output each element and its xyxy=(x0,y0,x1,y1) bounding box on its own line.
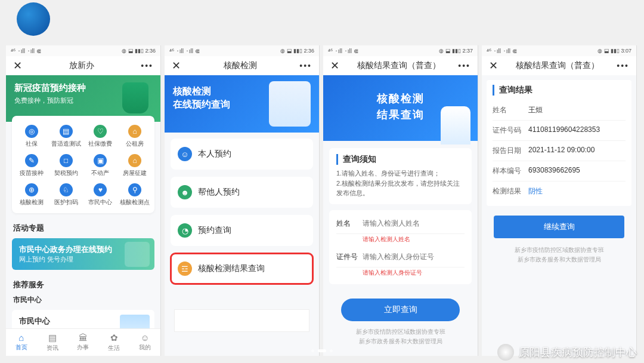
cover-logo xyxy=(17,2,50,36)
status-right: ◍ ⬓ ▮▮▯ 2:36 xyxy=(122,48,156,54)
tab-icon: 🏛 xyxy=(68,333,99,343)
grid-label: 核酸检测点 xyxy=(117,198,152,207)
grid-label: 医护扫码 xyxy=(49,198,83,207)
footer-org: 新乡市疫情防控区域数据协查专班 新乡市政务服务和大数据管理局 xyxy=(323,327,478,346)
option-label: 帮他人预约 xyxy=(198,187,240,198)
notice-line-2: 2.核酸检测结果分批次发布，请您持续关注发布信息。 xyxy=(336,179,465,198)
phone-2: ⁴⁶ ⬝ıll ⬝ıll ⋐ ◍ ⬓ ▮▮▯ 2:36 ✕ 核酸检测 ••• 核… xyxy=(165,45,320,356)
grid-icon: ✎ xyxy=(25,154,38,167)
grid-icon: ▤ xyxy=(60,125,73,138)
grid-item-社保缴费[interactable]: ♡社保缴费 xyxy=(83,122,118,151)
page-title: 核酸检测 xyxy=(224,60,257,71)
more-icon[interactable]: ••• xyxy=(617,61,629,70)
shield-icon xyxy=(122,82,148,113)
grid-label: 公租房 xyxy=(117,140,152,148)
grid-item-社保[interactable]: ◎社保 xyxy=(14,122,49,151)
name-input[interactable] xyxy=(363,219,465,227)
option-icon: ☺ xyxy=(178,147,192,161)
id-error: 请输入检测人身份证号 xyxy=(336,267,465,281)
grid-icon: ♘ xyxy=(60,183,73,196)
hero-banner: 核酸检测在线预约查询 xyxy=(165,75,319,133)
wechat-attribution: 原阳县疾病预防控制中心 xyxy=(497,344,637,361)
grid-item-普适造测试[interactable]: ▤普适造测试 xyxy=(49,122,83,151)
tab-label: 首页 xyxy=(16,344,27,350)
bottom-tabbar: ⌂首页▤资讯🏛办事✿生活☺我的 xyxy=(6,328,160,356)
grid-icon: ◎ xyxy=(25,125,38,138)
statusbar: ⁴⁶ ⬝ıll ⬝ıll ⋐ ◍ ⬓ ▮▮▯ 2:36 xyxy=(6,45,160,56)
result-row-样本编号: 样本编号6930839662695 xyxy=(493,161,626,182)
result-value: 411081199604228353 xyxy=(528,125,626,136)
grid-label: 房屋征建 xyxy=(117,169,152,177)
tab-首页[interactable]: ⌂首页 xyxy=(6,329,37,356)
signal-icons: ⁴⁶ ⬝ıll ⬝ıll ⋐ xyxy=(487,48,517,54)
result-row-检测结果: 检测结果阴性 xyxy=(493,182,626,201)
result-row-姓名: 姓名王烜 xyxy=(493,100,626,121)
more-icon[interactable]: ••• xyxy=(299,61,312,70)
grid-icon: □ xyxy=(60,154,73,167)
tab-生活[interactable]: ✿生活 xyxy=(98,329,129,356)
tab-icon: ☺ xyxy=(129,333,160,343)
result-value: 6930839662695 xyxy=(528,166,626,176)
option-icon: ☲ xyxy=(178,262,192,276)
query-form: 姓名 请输入检测人姓名 证件号 请输入检测人身份证号 xyxy=(329,210,472,284)
hero-l2: 结果查询 xyxy=(377,109,425,121)
option-本人预约[interactable]: ☺本人预约 xyxy=(171,139,313,170)
grid-item-核酸检测点[interactable]: ⚲核酸检测点 xyxy=(117,180,152,210)
wechat-name: 原阳县疾病预防控制中心 xyxy=(519,345,637,359)
options-list: ☺本人预约☻帮他人预约◔预约查询☲核酸检测结果查询 xyxy=(165,133,319,297)
more-icon[interactable]: ••• xyxy=(141,61,153,70)
tab-资讯[interactable]: ▤资讯 xyxy=(37,329,68,356)
hero-l1: 核酸检测 xyxy=(377,93,425,104)
close-icon[interactable]: ✕ xyxy=(330,59,339,72)
option-label: 核酸检测结果查询 xyxy=(198,263,265,274)
grid-icon: ♡ xyxy=(94,125,107,138)
query-button[interactable]: 立即查询 xyxy=(341,299,460,321)
option-核酸检测结果查询[interactable]: ☲核酸检测结果查询 xyxy=(171,253,313,284)
tab-label: 我的 xyxy=(139,344,151,350)
titlebar: ✕ 核酸检测 ••• xyxy=(165,56,319,75)
grid-item-医护扫码[interactable]: ♘医护扫码 xyxy=(49,180,83,210)
signal-icons: ⁴⁶ ⬝ıll ⬝ıll ⋐ xyxy=(169,48,200,54)
tab-办事[interactable]: 🏛办事 xyxy=(68,329,99,356)
statusbar: ⁴⁶ ⬝ıll ⬝ıll ⋐ ◍ ⬓ ▮▮▯ 2:37 xyxy=(323,45,478,56)
promo-banner[interactable]: 市民中心政务办理在线预约 网上预约 凭号办理 xyxy=(12,238,154,270)
more-icon[interactable]: ••• xyxy=(458,61,470,70)
hero-banner[interactable]: 新冠疫苗预约接种 免费接种，预防新冠 xyxy=(6,75,160,122)
close-icon[interactable]: ✕ xyxy=(489,59,498,72)
result-label: 证件号码 xyxy=(493,125,528,136)
grid-icon: ⌂ xyxy=(128,154,141,167)
option-预约查询[interactable]: ◔预约查询 xyxy=(171,215,313,246)
doctor-illustration xyxy=(269,81,311,127)
grid-item-市民中心[interactable]: ♥市民中心 xyxy=(83,180,118,210)
result-row-报告日期: 报告日期2021-11-12 09:00:00 xyxy=(493,141,626,161)
grid-item-核酸检测[interactable]: ⊕核酸检测 xyxy=(14,180,49,210)
close-icon[interactable]: ✕ xyxy=(172,59,181,72)
close-icon[interactable]: ✕ xyxy=(13,59,22,72)
grid-item-公租房[interactable]: ⌂公租房 xyxy=(117,122,152,151)
option-帮他人预约[interactable]: ☻帮他人预约 xyxy=(171,177,313,208)
annotation-arrow: ↗ xyxy=(323,252,327,280)
grid-item-房屋征建[interactable]: ⌂房屋征建 xyxy=(117,151,152,180)
grid-item-不动产[interactable]: ▣不动产 xyxy=(83,151,118,180)
tab-我的[interactable]: ☺我的 xyxy=(129,329,160,356)
grid-icon: ⚲ xyxy=(128,183,141,196)
status-right: ◍ ⬓ ▮▮▯ 2:37 xyxy=(439,48,473,54)
notice-card: 查询须知 1.请输入姓名、身份证号进行查询； 2.核酸检测结果分批次发布，请您持… xyxy=(329,148,472,204)
titlebar: ✕ 放新办 ••• xyxy=(6,56,160,75)
grid-item-契税预约[interactable]: □契税预约 xyxy=(49,151,83,180)
section-activity-title: 活动专题 xyxy=(6,218,160,238)
carousel-dots[interactable] xyxy=(311,349,333,352)
footer-placeholder xyxy=(174,309,309,332)
option-icon: ◔ xyxy=(178,223,192,238)
statusbar: ⁴⁶ ⬝ıll ⬝ıll ⋐ ◍ ⬓ ▮▮▯ 2:36 xyxy=(165,45,319,56)
grid-item-疫苗接种[interactable]: ✎疫苗接种 xyxy=(14,151,49,180)
result-card: 查询结果 姓名王烜证件号码411081199604228353报告日期2021-… xyxy=(487,80,631,206)
grid-icon: ⊕ xyxy=(25,183,38,196)
continue-query-button[interactable]: 继续查询 xyxy=(494,216,624,238)
statusbar: ⁴⁶ ⬝ıll ⬝ıll ⋐ ◍ ⬓ ▮▮▯ 3:07 xyxy=(482,45,636,56)
tab-icon: ✿ xyxy=(98,333,129,343)
grid-label: 契税预约 xyxy=(49,169,83,177)
status-right: ◍ ⬓ ▮▮▯ 2:36 xyxy=(280,48,314,54)
id-input[interactable] xyxy=(363,253,465,261)
footer-org: 新乡市疫情防控区域数据协查专班 新乡市政务服务和大数据管理局 xyxy=(482,245,636,264)
